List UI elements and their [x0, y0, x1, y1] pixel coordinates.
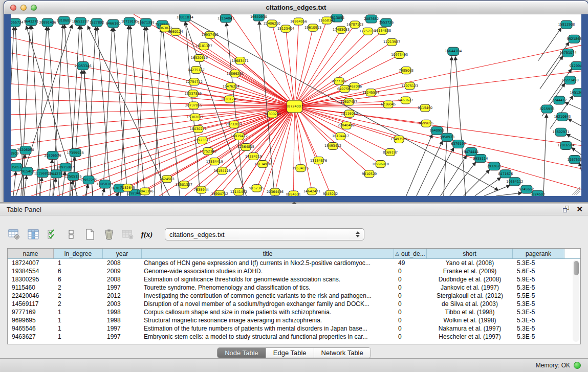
column-header-pagerank[interactable]: pagerank [513, 249, 564, 258]
network-window-titlebar[interactable]: citations_edges.txt [4, 1, 588, 14]
network-node[interactable]: 17483053 [333, 26, 350, 33]
network-node[interactable]: 13154876 [310, 157, 327, 164]
network-node[interactable]: 2087682 [364, 15, 379, 23]
network-node[interactable]: 16104417 [332, 133, 349, 140]
column-header-title[interactable]: title [142, 249, 394, 258]
table-row[interactable]: 977716911998Corpus callosum shape and si… [8, 308, 580, 316]
network-node[interactable]: 9152385 [249, 185, 264, 192]
network-node[interactable]: 9643271 [24, 17, 39, 26]
column-header-year[interactable]: year [103, 249, 142, 258]
network-node[interactable]: 18501327 [176, 181, 192, 188]
table-settings-icon[interactable] [7, 228, 21, 241]
network-node[interactable]: 20891406 [39, 18, 56, 27]
tab-node-table[interactable]: Node Table [217, 348, 266, 358]
network-node[interactable]: 15476214 [223, 83, 239, 90]
network-node[interactable]: 15751074 [559, 49, 576, 57]
network-node[interactable]: 6466160 [106, 19, 121, 28]
network-node[interactable]: 16154128 [214, 167, 231, 174]
network-node[interactable]: 12754712 [186, 78, 203, 85]
network-node[interactable]: 17957255 [80, 176, 97, 184]
column-header-short[interactable]: short [427, 249, 513, 258]
network-node[interactable]: 19610913 [304, 24, 321, 31]
network-node[interactable]: 9810529 [362, 170, 377, 178]
network-node[interactable]: 10653287 [72, 17, 89, 26]
network-node[interactable]: 6379197 [451, 140, 466, 148]
network-node[interactable]: 19937432 [202, 31, 219, 38]
network-node[interactable]: 16644784 [445, 47, 462, 55]
network-node[interactable]: 10973493 [391, 51, 408, 58]
network-node[interactable]: 12213987 [383, 38, 400, 46]
table-row[interactable]: 1872400712008Changes of HCN gene express… [8, 259, 580, 267]
rows-icon[interactable] [64, 228, 78, 241]
table-row[interactable]: 2242004622012Investigating the contribut… [8, 292, 580, 300]
row-select-icon[interactable] [45, 228, 59, 241]
network-node[interactable]: 22406210 [264, 20, 280, 27]
network-node[interactable]: 15497509 [390, 136, 407, 143]
network-node[interactable]: 9245012 [323, 190, 338, 196]
network-node[interactable]: 8471676 [498, 170, 513, 178]
network-node[interactable]: 7485063 [399, 67, 413, 74]
new-table-icon[interactable] [83, 228, 97, 241]
network-node[interactable]: 1244412 [552, 96, 567, 104]
network-node[interactable]: 14642471 [303, 188, 320, 195]
network-node[interactable]: 16640930 [250, 14, 267, 21]
table-row[interactable]: 969969511998Structural magnetic resonanc… [8, 316, 580, 324]
network-node[interactable]: 15302021 [187, 114, 204, 121]
tab-network-table[interactable]: Network Table [314, 348, 371, 358]
network-node[interactable]: 5958923 [440, 133, 454, 141]
network-node[interactable]: 15692971 [552, 128, 569, 136]
network-node[interactable]: 2181909 [11, 149, 18, 157]
network-node[interactable]: 1167533 [568, 156, 581, 164]
network-node[interactable]: 16154838 [374, 27, 391, 34]
network-node[interactable]: 2935114 [473, 155, 488, 163]
network-node[interactable]: 15812908 [558, 20, 575, 29]
table-row[interactable]: 911546021997Tourette syndrome. Phenomeno… [8, 283, 580, 292]
network-node[interactable]: 10996910 [372, 161, 389, 168]
network-node[interactable]: 1318683 [57, 16, 72, 25]
network-node[interactable]: 1640953 [429, 126, 444, 135]
table-row[interactable]: 946362711997Embryonic stem cells: a mode… [8, 333, 580, 341]
network-node[interactable]: 9129946 [570, 62, 581, 70]
network-node[interactable]: 8954501 [286, 191, 301, 196]
network-node[interactable]: 9463627 [398, 97, 413, 104]
network-node[interactable]: 7635944 [194, 186, 209, 193]
column-header-out_de[interactable]: △out_de... [394, 249, 427, 258]
network-node[interactable]: 12505135 [65, 172, 82, 181]
network-node[interactable]: 18724007 [286, 100, 303, 113]
network-node[interactable]: 9245652 [519, 185, 534, 193]
network-node[interactable]: 16787103 [346, 21, 363, 28]
network-node[interactable]: 25206050 [17, 146, 34, 154]
float-panel-icon[interactable] [563, 206, 570, 213]
table-select-dropdown[interactable]: citations_edges.txt [165, 228, 364, 240]
function-builder-icon[interactable]: f(x) [140, 228, 154, 241]
network-node[interactable]: 10719195 [121, 17, 138, 26]
table-scrollbar[interactable] [573, 260, 579, 342]
network-node[interactable]: 18245554 [362, 89, 379, 96]
network-node[interactable]: 16904712 [211, 190, 228, 196]
network-node[interactable]: 3915401 [20, 167, 35, 176]
column-visibility-icon[interactable] [26, 228, 40, 241]
delete-icon[interactable] [102, 228, 116, 241]
network-node[interactable]: 14512640 [570, 89, 581, 97]
network-node[interactable]: 7932621 [487, 162, 502, 170]
network-node[interactable]: 14055724 [11, 18, 24, 27]
table-row[interactable]: 1830029562008Estimation of significance … [8, 275, 580, 283]
network-node[interactable]: 1527802 [90, 18, 104, 27]
column-header-name[interactable]: name [8, 249, 54, 258]
column-header-in_degree[interactable]: in_degree [54, 249, 103, 258]
network-node[interactable]: 8215955 [539, 105, 554, 113]
network-node[interactable]: 15123404 [277, 25, 294, 32]
network-node[interactable]: 9824502 [530, 190, 545, 196]
network-node[interactable]: 9777169 [332, 78, 346, 85]
network-node[interactable]: 17757138 [359, 28, 376, 35]
network-node[interactable]: 20206576 [45, 151, 61, 160]
scrollbar-thumb[interactable] [574, 261, 579, 275]
network-node[interactable]: 9521868 [567, 35, 581, 43]
table-row[interactable]: 1938455462009Genome-wide association stu… [8, 267, 580, 275]
network-node[interactable]: 18181327 [195, 42, 212, 50]
memory-status-indicator[interactable] [574, 362, 581, 369]
table-row[interactable]: 946554611997Estimation of the future num… [8, 324, 580, 333]
close-panel-icon[interactable]: ✕ [576, 206, 583, 213]
network-canvas[interactable]: 1405572496432712089140613186831065328715… [11, 14, 581, 196]
network-node[interactable]: 12273498 [561, 76, 578, 84]
